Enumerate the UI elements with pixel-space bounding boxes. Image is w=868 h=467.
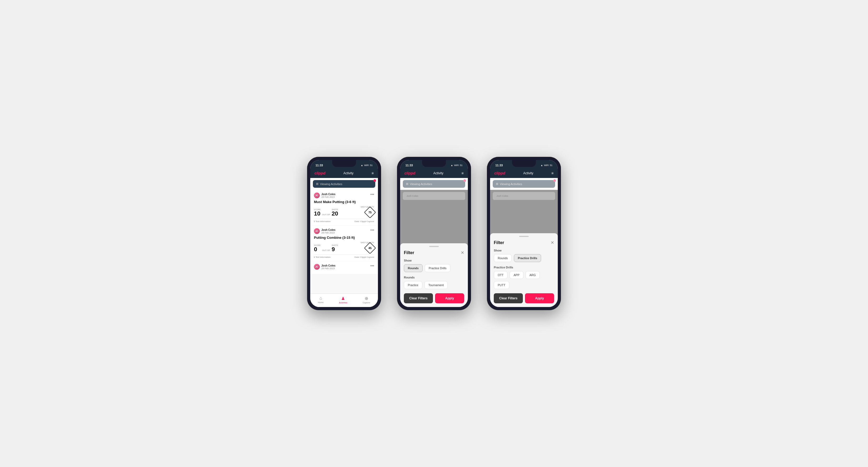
battery-icon-1: 51 <box>370 164 373 166</box>
apply-btn-2[interactable]: Apply <box>435 293 464 303</box>
rounds-btn-3[interactable]: Rounds <box>494 254 512 262</box>
status-icons-3: ▲ WiFi 51 <box>540 164 553 166</box>
card-header-2: JC Josh Coles 28 Feb 2023 ••• <box>314 228 374 234</box>
putt-btn-3[interactable]: PUTT <box>494 281 509 289</box>
more-options-1[interactable]: ••• <box>370 192 374 196</box>
nav-bar-3: clippd Activity ≡ <box>490 169 558 178</box>
shot-quality-badge-2: 45 <box>364 242 376 254</box>
user-date-2: 28 Feb 2023 <box>321 231 335 234</box>
user-name-2: Josh Coles <box>321 228 335 231</box>
banner-text-1: Viewing Activities <box>320 183 342 186</box>
show-buttons-3: Rounds Practice Drills <box>494 254 554 262</box>
activities-icon: ♟ <box>341 296 345 301</box>
notification-dot-3 <box>553 179 556 182</box>
user-date-3: 28 Feb 2023 <box>321 267 335 270</box>
screen-2: 11:33 ▲ WiFi 51 clippd Activity ≡ ⊞ View… <box>400 160 468 307</box>
activities-list-1: JC Josh Coles 28 Feb 2023 ••• Must Make … <box>310 190 378 293</box>
menu-button-3[interactable]: ≡ <box>551 171 554 175</box>
avatar-3: JC <box>314 264 320 270</box>
activity-title-2: Putting Combine (3-15 ft) <box>314 236 374 240</box>
out-of-2: OUT OF <box>322 249 330 252</box>
status-time-1: 11:33 <box>315 164 323 167</box>
filter-close-2[interactable]: ✕ <box>461 250 464 255</box>
filter-actions-2: Clear Filters Apply <box>404 293 464 303</box>
card-footer-1: ℹ Test Information Data: Clippd Capture <box>314 219 374 223</box>
more-options-3[interactable]: ••• <box>370 264 374 268</box>
filter-sheet-3: Filter ✕ Show Rounds Practice Drills Pra… <box>490 233 558 307</box>
nav-title-1: Activity <box>344 172 353 175</box>
user-details-2: Josh Coles 28 Feb 2023 <box>321 228 335 234</box>
wifi-icon-2: WiFi <box>454 164 459 166</box>
clear-filters-btn-2[interactable]: Clear Filters <box>404 293 433 303</box>
nav-title-2: Activity <box>433 172 443 175</box>
app-btn-3[interactable]: APP <box>509 271 523 279</box>
viewing-banner-1[interactable]: ⊞ Viewing Activities <box>313 180 375 188</box>
practice-drills-btn-2[interactable]: Practice Drills <box>425 264 451 272</box>
filter-title-3: Filter <box>494 240 504 245</box>
clear-filters-btn-3[interactable]: Clear Filters <box>494 293 523 303</box>
apply-btn-3[interactable]: Apply <box>525 293 554 303</box>
status-time-3: 11:33 <box>495 164 503 167</box>
sq-label-1: Shot Quality <box>361 206 374 208</box>
rounds-btn-2[interactable]: Rounds <box>404 264 423 272</box>
test-info-1: ℹ Test Information <box>314 220 331 223</box>
logo-1: clippd <box>314 171 325 175</box>
stats-row-1: Score 10 OUT OF Shots 20 Shot Quality 75 <box>314 206 374 217</box>
phone-3: 11:33 ▲ WiFi 51 clippd Activity ≡ ⊞ View… <box>487 157 561 310</box>
shots-group-2: Shots 9 <box>332 244 338 252</box>
filter-actions-3: Clear Filters Apply <box>494 293 554 303</box>
practice-round-btn-2[interactable]: Practice <box>404 281 422 289</box>
filter-header-2: Filter ✕ <box>404 250 464 255</box>
notch-3 <box>512 160 536 167</box>
card-header-3: JC Josh Coles 28 Feb 2023 ••• <box>314 264 374 270</box>
sq-label-2: Shot Quality <box>361 242 374 244</box>
notification-dot-2 <box>463 179 466 182</box>
drills-buttons-3: OTT APP ARG PUTT <box>494 271 554 289</box>
banner-text-2: Viewing Activities <box>410 183 432 186</box>
filter-title-2: Filter <box>404 250 414 255</box>
user-details-1: Josh Coles 28 Feb 2023 <box>321 193 335 198</box>
tab-home[interactable]: ⌂ Home <box>318 296 323 304</box>
bg-card-2: Josh Coles <box>403 192 465 200</box>
out-of-1: OUT OF <box>322 213 330 217</box>
more-options-2[interactable]: ••• <box>370 228 374 232</box>
score-value-2: 0 <box>314 246 320 252</box>
ott-btn-3[interactable]: OTT <box>494 271 507 279</box>
activity-card-2: JC Josh Coles 28 Feb 2023 ••• Putting Co… <box>310 225 378 261</box>
screen-1: 11:33 ▲ WiFi 51 clippd Activity ≡ ⊞ View… <box>310 160 378 307</box>
avatar-2: JC <box>314 228 320 234</box>
bg-card-3: Josh Coles <box>493 192 555 200</box>
menu-button-1[interactable]: ≡ <box>372 171 374 175</box>
tab-capture-label: Capture <box>363 302 370 304</box>
filter-sheet-2: Filter ✕ Show Rounds Practice Drills Rou… <box>400 243 468 307</box>
show-label-2: Show <box>404 259 464 262</box>
shots-value-1: 20 <box>332 211 338 217</box>
banner-icon-2: ⊞ <box>406 182 408 186</box>
scene: 11:33 ▲ WiFi 51 clippd Activity ≡ ⊞ View… <box>291 141 577 326</box>
tab-capture[interactable]: ⊕ Capture <box>363 296 370 304</box>
shots-value-2: 9 <box>332 246 338 252</box>
arg-btn-3[interactable]: ARG <box>526 271 540 279</box>
wifi-icon-3: WiFi <box>544 164 549 166</box>
avatar-img-2: JC <box>314 228 320 234</box>
tab-activities-label: Activities <box>339 302 347 304</box>
card-footer-2: ℹ Test Information Data: Clippd Capture <box>314 254 374 258</box>
logo-3: clippd <box>494 171 505 175</box>
tab-activities[interactable]: ♟ Activities <box>339 296 347 304</box>
avatar-img-1: JC <box>314 192 320 198</box>
show-buttons-2: Rounds Practice Drills <box>404 264 464 272</box>
status-icons-2: ▲ WiFi 51 <box>451 164 463 166</box>
signal-icon-2: ▲ <box>451 164 453 166</box>
shot-quality-value-1: 75 <box>368 211 372 214</box>
tournament-btn-2[interactable]: Tournament <box>425 281 448 289</box>
activity-title-1: Must Make Putting (3-6 ft) <box>314 200 374 204</box>
user-name-1: Josh Coles <box>321 193 335 196</box>
filter-close-3[interactable]: ✕ <box>551 240 554 245</box>
wifi-icon-1: WiFi <box>364 164 369 166</box>
practice-drills-btn-3[interactable]: Practice Drills <box>514 254 541 262</box>
user-date-1: 28 Feb 2023 <box>321 196 335 198</box>
dimmed-bg-2: Josh Coles Filter ✕ Show Rounds Practice… <box>400 190 468 307</box>
menu-button-2[interactable]: ≡ <box>462 171 464 175</box>
screen-3: 11:33 ▲ WiFi 51 clippd Activity ≡ ⊞ View… <box>490 160 558 307</box>
filter-handle-2 <box>429 246 439 247</box>
